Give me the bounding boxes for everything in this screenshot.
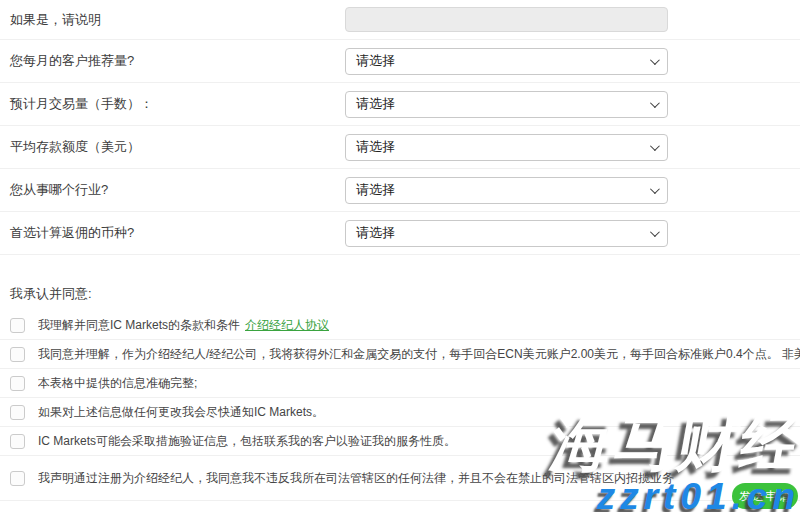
agreement-text: 本表格中提供的信息准确完整; <box>38 375 197 392</box>
agreement-text: IC Markets可能会采取措施验证信息，包括联系我的客户以验证我的服务性质。 <box>38 433 456 450</box>
agreement-text-inline: 我理解并同意IC Markets的条款和条件 <box>38 318 240 332</box>
form-row-monthly-volume: 预计月交易量（手数）： 请选择 <box>0 83 800 126</box>
accuracy-checkbox[interactable] <box>10 376 25 391</box>
field-label: 您每月的客户推荐量? <box>10 52 345 70</box>
agreement-text: 我理解并同意IC Markets的条款和条件介绍经纪人协议 <box>38 317 329 334</box>
chevron-down-icon <box>650 55 660 65</box>
chevron-down-icon <box>650 227 660 237</box>
agreement-item-notify-changes: 如果对上述信息做任何更改我会尽快通知IC Markets。 <box>0 398 800 427</box>
agreement-text: 我同意并理解，作为介绍经纪人/经纪公司，我将获得外汇和金属交易的支付，每手回合E… <box>38 346 800 363</box>
form-row-rebate-currency: 首选计算返佣的币种? 请选择 <box>0 212 800 255</box>
form-row-monthly-referrals: 您每月的客户推荐量? 请选择 <box>0 40 800 83</box>
field-wrap: 请选择 <box>345 220 668 247</box>
send-application-button[interactable]: 发送申请 <box>732 483 798 509</box>
select-value: 请选择 <box>356 224 395 242</box>
agreement-item-payment-terms: 我同意并理解，作为介绍经纪人/经纪公司，我将获得外汇和金属交易的支付，每手回合E… <box>0 340 800 369</box>
form-row-if-yes-specify: 如果是，请说明 <box>0 0 800 40</box>
monthly-volume-select[interactable]: 请选择 <box>345 91 668 118</box>
select-value: 请选择 <box>356 95 395 113</box>
average-deposit-select[interactable]: 请选择 <box>345 134 668 161</box>
form-row-industry: 您从事哪个行业? 请选择 <box>0 169 800 212</box>
field-label: 平均存款额度（美元） <box>10 138 345 156</box>
select-value: 请选择 <box>356 52 395 70</box>
agreement-item-jurisdiction: 我声明通过注册为介绍经纪人，我同意我不违反我所在司法管辖区的任何法律，并且不会在… <box>0 456 800 501</box>
chevron-down-icon <box>650 141 660 151</box>
chevron-down-icon <box>650 184 660 194</box>
ib-agreement-link[interactable]: 介绍经纪人协议 <box>245 318 329 332</box>
field-wrap <box>345 7 668 32</box>
field-wrap: 请选择 <box>345 91 668 118</box>
select-value: 请选择 <box>356 181 395 199</box>
field-label: 首选计算返佣的币种? <box>10 224 345 242</box>
field-label: 您从事哪个行业? <box>10 181 345 199</box>
jurisdiction-checkbox[interactable] <box>10 471 25 486</box>
if-yes-specify-input[interactable] <box>345 7 668 32</box>
agreements-heading: 我承认并同意: <box>0 255 800 312</box>
field-wrap: 请选择 <box>345 177 668 204</box>
agreement-item-accuracy: 本表格中提供的信息准确完整; <box>0 369 800 398</box>
agreement-text: 我声明通过注册为介绍经纪人，我同意我不违反我所在司法管辖区的任何法律，并且不会在… <box>38 470 674 487</box>
verification-checkbox[interactable] <box>10 434 25 449</box>
agreement-item-verification: IC Markets可能会采取措施验证信息，包括联系我的客户以验证我的服务性质。 <box>0 427 800 456</box>
select-value: 请选择 <box>356 138 395 156</box>
ib-application-form-page: 如果是，请说明 您每月的客户推荐量? 请选择 预计月交易量（手数）： 请选择 平… <box>0 0 800 512</box>
notify-changes-checkbox[interactable] <box>10 405 25 420</box>
form-row-average-deposit: 平均存款额度（美元） 请选择 <box>0 126 800 169</box>
agreement-item-terms: 我理解并同意IC Markets的条款和条件介绍经纪人协议 <box>0 312 800 340</box>
industry-select[interactable]: 请选择 <box>345 177 668 204</box>
monthly-referrals-select[interactable]: 请选择 <box>345 48 668 75</box>
field-label: 预计月交易量（手数）： <box>10 95 345 113</box>
terms-checkbox[interactable] <box>10 318 25 333</box>
field-wrap: 请选择 <box>345 48 668 75</box>
agreement-text: 如果对上述信息做任何更改我会尽快通知IC Markets。 <box>38 404 324 421</box>
rebate-currency-select[interactable]: 请选择 <box>345 220 668 247</box>
field-wrap: 请选择 <box>345 134 668 161</box>
chevron-down-icon <box>650 98 660 108</box>
field-label: 如果是，请说明 <box>10 11 345 29</box>
payment-terms-checkbox[interactable] <box>10 347 25 362</box>
